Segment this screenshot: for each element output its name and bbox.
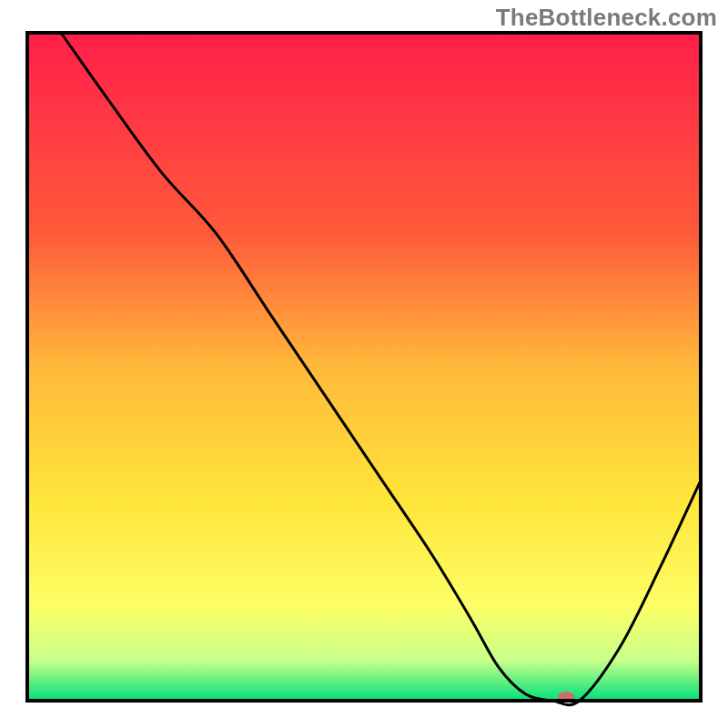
watermark-label: TheBottleneck.com [496, 4, 717, 32]
chart-container: TheBottleneck.com [0, 0, 728, 728]
plot-background [27, 33, 701, 701]
bottleneck-chart [0, 0, 728, 728]
